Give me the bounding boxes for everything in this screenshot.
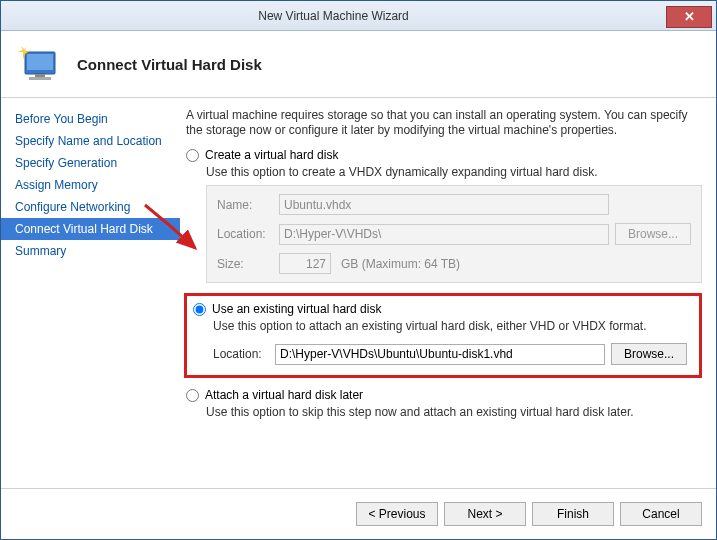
next-button[interactable]: Next > — [444, 502, 526, 526]
svg-rect-2 — [35, 74, 45, 77]
create-name-label: Name: — [217, 198, 273, 212]
titlebar: New Virtual Machine Wizard ✕ — [1, 1, 716, 31]
option-existing-desc: Use this option to attach an existing vi… — [213, 319, 693, 333]
intro-text: A virtual machine requires storage so th… — [186, 108, 702, 138]
close-icon: ✕ — [684, 9, 695, 24]
option-create-desc: Use this option to create a VHDX dynamic… — [206, 165, 702, 179]
close-button[interactable]: ✕ — [666, 6, 712, 28]
create-size-suffix: GB (Maximum: 64 TB) — [341, 257, 460, 271]
existing-location-label: Location: — [213, 347, 269, 361]
create-size-input — [279, 253, 331, 274]
sidebar-item-summary[interactable]: Summary — [1, 240, 180, 262]
wizard-sidebar: Before You Begin Specify Name and Locati… — [1, 98, 180, 488]
sidebar-item-assign-memory[interactable]: Assign Memory — [1, 174, 180, 196]
previous-button[interactable]: < Previous — [356, 502, 438, 526]
radio-existing-label: Use an existing virtual hard disk — [212, 302, 381, 316]
radio-existing-vhd[interactable] — [193, 303, 206, 316]
existing-location-input[interactable] — [275, 344, 605, 365]
option-later-desc: Use this option to skip this step now an… — [206, 405, 702, 419]
radio-create-vhd[interactable] — [186, 149, 199, 162]
sidebar-item-configure-networking[interactable]: Configure Networking — [1, 196, 180, 218]
create-location-label: Location: — [217, 227, 273, 241]
option-create-block: Create a virtual hard disk Use this opti… — [186, 148, 702, 283]
radio-later-vhd[interactable] — [186, 389, 199, 402]
annotation-highlight-box: Use an existing virtual hard disk Use th… — [184, 293, 702, 378]
create-browse-button: Browse... — [615, 223, 691, 245]
finish-button[interactable]: Finish — [532, 502, 614, 526]
create-size-label: Size: — [217, 257, 273, 271]
wizard-header: Connect Virtual Hard Disk — [1, 31, 716, 98]
create-vhd-form: Name: Location: Browse... Size: GB (Maxi… — [206, 185, 702, 283]
existing-browse-button[interactable]: Browse... — [611, 343, 687, 365]
create-location-input — [279, 224, 609, 245]
sidebar-item-connect-vhd[interactable]: Connect Virtual Hard Disk — [1, 218, 180, 240]
create-name-input — [279, 194, 609, 215]
wizard-footer: < Previous Next > Finish Cancel — [1, 488, 716, 538]
radio-later-label: Attach a virtual hard disk later — [205, 388, 363, 402]
window-title: New Virtual Machine Wizard — [1, 9, 666, 23]
existing-vhd-form: Location: Browse... — [213, 339, 693, 365]
sidebar-item-before-you-begin[interactable]: Before You Begin — [1, 108, 180, 130]
radio-create-label: Create a virtual hard disk — [205, 148, 338, 162]
page-title: Connect Virtual Hard Disk — [77, 56, 262, 73]
sidebar-item-specify-name[interactable]: Specify Name and Location — [1, 130, 180, 152]
svg-rect-3 — [29, 77, 51, 80]
sidebar-item-specify-generation[interactable]: Specify Generation — [1, 152, 180, 174]
option-existing-block: Use an existing virtual hard disk Use th… — [193, 302, 693, 365]
svg-rect-1 — [27, 54, 53, 70]
wizard-header-icon — [15, 40, 63, 88]
option-later-block: Attach a virtual hard disk later Use thi… — [186, 388, 702, 419]
cancel-button[interactable]: Cancel — [620, 502, 702, 526]
wizard-content: A virtual machine requires storage so th… — [180, 98, 716, 488]
